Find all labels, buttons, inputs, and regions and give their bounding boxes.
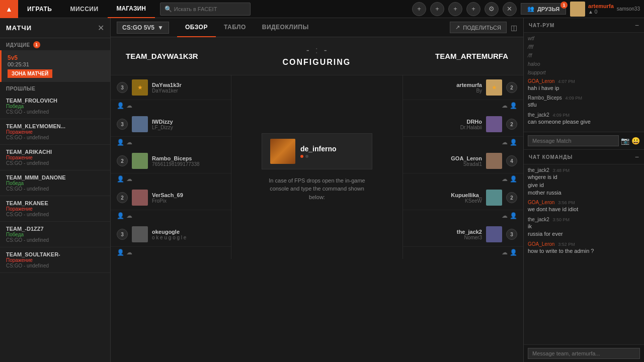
player-sub: Nomer3: [409, 235, 482, 240]
past-match-result: Победа: [6, 104, 104, 109]
chat-team-input-area: [524, 344, 644, 362]
past-match-item[interactable]: TEAM_SOULTAKER- Поражение CS:GO - undefi…: [0, 247, 110, 273]
add-icon-2[interactable]: +: [430, 2, 444, 16]
store-nav-btn[interactable]: МАГАЗИН: [108, 0, 155, 18]
steam-icon[interactable]: ☁: [502, 139, 508, 146]
profile-icon[interactable]: 👤: [117, 175, 124, 183]
match-tabs: CS:GO 5V5 ▼ ОБЗОРТАБЛОВИДЕОКЛИПЫ ↗ ПОДЕЛ…: [111, 18, 523, 37]
search-box[interactable]: 🔍: [160, 3, 251, 16]
sidebar-close-btn[interactable]: ✕: [98, 23, 104, 33]
chat-room-header: ЧАТ-РУМ −: [524, 18, 644, 33]
profile-icon[interactable]: 👤: [510, 175, 517, 183]
avatar: [132, 190, 148, 206]
missions-nav-btn[interactable]: МИССИИ: [61, 0, 107, 18]
layout-toggle-btn[interactable]: ◫: [511, 24, 517, 32]
active-match-item[interactable]: 5v5 00:25:31 ЗОНА МАТЧЕЙ: [0, 50, 110, 82]
map-name: de_inferno: [300, 145, 337, 153]
team-left-name: TEAM_DAYWA1K3R: [126, 52, 198, 60]
tab-видеоклипы[interactable]: ВИДЕОКЛИПЫ: [254, 18, 317, 37]
chat-msg-name: the_jack2 3:48 PM: [528, 167, 640, 173]
add-icon-3[interactable]: +: [448, 2, 462, 16]
past-match-item[interactable]: TEAM_ARIKACHI Поражение CS:GO - undefine…: [0, 145, 110, 170]
search-input[interactable]: [174, 6, 246, 12]
friends-icon: 👥: [527, 6, 534, 12]
add-icon-1[interactable]: +: [412, 2, 426, 16]
player-info: the_jack2 Nomer3: [409, 229, 482, 240]
past-match-item[interactable]: TEAM_RKANEE Поражение CS:GO - undefined: [0, 196, 110, 222]
steam-icon[interactable]: ☁: [126, 102, 132, 109]
faceit-logo: ▲: [0, 0, 18, 18]
chat-team-title: ЧАТ КОМАНДЫ: [529, 154, 573, 160]
avatar: [486, 153, 502, 169]
match-score-area: - : - CONFIGURING: [282, 45, 351, 67]
tab-обзор[interactable]: ОБЗОР: [177, 18, 216, 37]
steam-icon[interactable]: ☁: [502, 212, 508, 219]
image-icon[interactable]: 📷: [621, 137, 629, 145]
profile-icon[interactable]: 👤: [117, 249, 124, 256]
past-match-item[interactable]: TEAM_FROLOVICH Победа CS:GO - undefined: [0, 94, 110, 119]
steam-icon[interactable]: ☁: [502, 175, 508, 183]
chat-message: GOA_Leron 3:56 PM we dont have id idiot: [528, 200, 640, 213]
profile-icon[interactable]: 👤: [117, 102, 124, 109]
chat-room-input-area: 📷 😀: [524, 132, 644, 149]
player-name: okeugogle: [152, 229, 225, 235]
past-match-team: TEAM_SOULTAKER-: [6, 251, 104, 257]
share-button[interactable]: ↗ ПОДЕЛИТЬСЯ: [450, 22, 507, 33]
player-info: IWDizzy LF_Dizzy: [152, 119, 225, 130]
chat-msg-text: we dont have id idiot: [528, 206, 640, 213]
close-icon[interactable]: ✕: [503, 2, 517, 16]
steam-icon[interactable]: ☁: [502, 102, 508, 109]
player-elo: 2: [506, 82, 517, 93]
tab-табло[interactable]: ТАБЛО: [216, 18, 254, 37]
player-name: artemurfa: [409, 82, 482, 88]
left-player-2: 2 Rambo_Biceps 76561198199177338 👤 ☁: [111, 149, 231, 186]
settings-icon[interactable]: ⚙: [485, 2, 499, 16]
player-actions: ☁ 👤: [403, 137, 523, 149]
past-match-team: TEAM_-D1ZZ7: [6, 226, 104, 232]
zone-match-button[interactable]: ЗОНА МАТЧЕЙ: [8, 69, 52, 78]
past-match-result: Поражение: [6, 257, 104, 263]
profile-icon[interactable]: 👤: [510, 249, 517, 256]
chat-room-input[interactable]: [528, 135, 619, 146]
chat-team-collapse-btn[interactable]: −: [635, 153, 639, 161]
chat-msg-name: GOA_Leron 3:52 PM: [528, 241, 640, 247]
chat-room-collapse-btn[interactable]: −: [635, 21, 639, 29]
chat-msg-name: the_jack2 3:50 PM: [528, 217, 640, 222]
chat-team-input[interactable]: [528, 348, 640, 359]
steam-icon[interactable]: ☁: [502, 249, 508, 256]
profile-icon[interactable]: 👤: [510, 212, 517, 219]
past-match-result: Поражение: [6, 206, 104, 212]
past-match-team: TEAM_KLEYMOMEN...: [6, 123, 104, 129]
player-sub: Stradal1: [409, 161, 482, 167]
steam-icon[interactable]: ☁: [126, 212, 132, 219]
map-dot-1: [300, 155, 303, 158]
player-name: Kupuellika_: [409, 192, 482, 198]
steam-icon[interactable]: ☁: [126, 249, 132, 256]
play-nav-btn[interactable]: ИГРАТЬ: [18, 0, 61, 18]
friends-button[interactable]: 👥 ДРУЗЬЯ 1: [521, 3, 566, 15]
right-player-3: 2 Kupuellika_ KSeeW ☁ 👤: [403, 186, 523, 222]
player-elo: 3: [117, 82, 128, 93]
profile-icon[interactable]: 👤: [510, 102, 517, 109]
chat-msg-text: can someone please give: [528, 118, 640, 126]
emoji-icon[interactable]: 😀: [631, 137, 640, 145]
player-row-right: 3 the_jack2 Nomer3: [403, 222, 523, 247]
user-info[interactable]: artemurfa ▲ 0 samson33: [570, 2, 640, 17]
user-alt: samson33: [617, 6, 640, 12]
player-actions: ☁ 👤: [403, 210, 523, 222]
past-match-item[interactable]: TEAM_KLEYMOMEN... Поражение CS:GO - unde…: [0, 119, 110, 145]
add-icon-4[interactable]: +: [466, 2, 480, 16]
profile-icon[interactable]: 👤: [117, 139, 124, 146]
nav-icons: + + + + ⚙ ✕: [412, 2, 521, 16]
profile-icon[interactable]: 👤: [117, 212, 124, 219]
profile-icon[interactable]: 👤: [510, 139, 517, 146]
steam-icon[interactable]: ☁: [126, 139, 132, 146]
past-match-result: Победа: [6, 232, 104, 237]
past-match-item[interactable]: TEAM_-D1ZZ7 Победа CS:GO - undefined: [0, 222, 110, 247]
username: artemurfa: [588, 3, 614, 9]
chat-team-header: ЧАТ КОМАНДЫ −: [524, 150, 644, 164]
right-sidebar: ЧАТ-РУМ − wtf/fff/ffhaloolsupport GOA_Le…: [523, 18, 644, 362]
steam-icon[interactable]: ☁: [126, 175, 132, 183]
past-match-item[interactable]: TEAM_MMM_DANONE Победа CS:GO - undefined: [0, 170, 110, 196]
game-selector[interactable]: CS:GO 5V5 ▼: [117, 22, 169, 34]
